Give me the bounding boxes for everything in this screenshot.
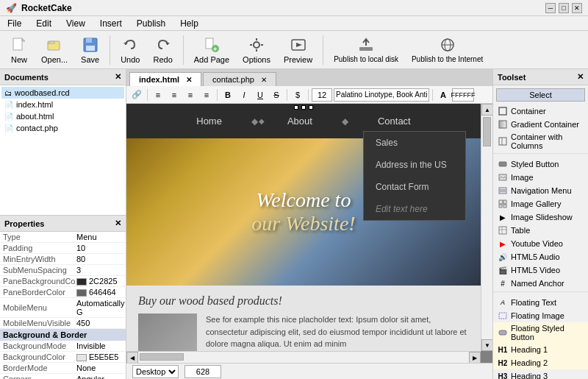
menu-help[interactable]: Help (176, 17, 203, 30)
close-button[interactable]: ✕ (572, 3, 582, 13)
scroll-down-button[interactable]: ▼ (481, 339, 492, 351)
tool-image[interactable]: Image (493, 171, 588, 184)
svg-rect-27 (499, 162, 506, 166)
scroll-thumb-v[interactable] (483, 117, 491, 146)
menu-edit[interactable]: Edit (32, 17, 56, 30)
tool-styled-button[interactable]: Styled Button (493, 157, 588, 171)
add-page-button[interactable]: + Add Page (190, 35, 234, 65)
fmt-link-button[interactable]: 🔗 (129, 88, 144, 102)
tool-table[interactable]: Table (493, 224, 588, 237)
undo-button[interactable]: Undo (116, 35, 144, 65)
color-picker-button[interactable]: FFFFFF (452, 88, 474, 102)
content-text: See for example this nice placholder tex… (206, 314, 469, 351)
prop-border-mode: BorderMode None (0, 363, 126, 374)
fmt-text-color-indicator[interactable]: A (436, 88, 451, 102)
font-size-input[interactable] (312, 88, 332, 102)
container-columns-icon (498, 136, 508, 146)
tool-floating-styled-button[interactable]: Floating Styled Button (493, 322, 588, 343)
menu-publish[interactable]: Publish (132, 17, 170, 30)
scroll-right-button[interactable]: ▶ (469, 352, 481, 363)
doc-item-contact[interactable]: 📄 contact.php (1, 122, 124, 134)
tab-contact-close[interactable]: ✕ (261, 76, 267, 84)
new-button[interactable]: New (6, 35, 32, 65)
center-area: index.html ✕ contact.php ✕ 🔗 ≡ ≡ ≡ ≡ B I… (126, 69, 492, 379)
tool-heading1[interactable]: H1 Heading 1 (493, 343, 588, 356)
save-button[interactable]: Save (76, 35, 104, 65)
fmt-italic-button[interactable]: I (237, 88, 251, 102)
fmt-align-center-button[interactable]: ≡ (167, 88, 182, 102)
properties-close-button[interactable]: ✕ (115, 219, 121, 228)
minimize-button[interactable]: ─ (545, 3, 556, 13)
font-family-input[interactable] (334, 88, 429, 102)
tool-image-gallery[interactable]: Image Gallery (493, 197, 588, 210)
tool-youtube[interactable]: ▶ Youtube Video (493, 237, 588, 250)
scroll-left-button[interactable]: ◀ (126, 352, 138, 363)
tool-named-anchor[interactable]: # Named Anchor (493, 277, 588, 290)
fmt-indent-button[interactable]: $ (290, 88, 305, 102)
svg-rect-29 (499, 188, 506, 194)
tool-heading3[interactable]: H3 Heading 3 (493, 369, 588, 379)
menu-file[interactable]: File (3, 17, 26, 30)
tab-index[interactable]: index.html ✕ (129, 72, 201, 86)
prop-mobile-menu: MobileMenu Automatically G (0, 298, 126, 318)
tool-floating-text[interactable]: A Floating Text (493, 296, 588, 309)
tool-nav-menu[interactable]: Navigation Menu (493, 184, 588, 197)
scroll-up-button[interactable]: ▲ (481, 104, 492, 116)
nav-about[interactable]: About (273, 111, 327, 131)
doc-item-woodbased[interactable]: 🗂 woodbased.rcd (1, 87, 124, 99)
doc-label-woodbased: woodbased.rcd (15, 88, 70, 97)
maximize-button[interactable]: □ (559, 3, 569, 13)
fmt-strike-button[interactable]: S (269, 88, 284, 102)
tool-container-columns[interactable]: Container with Columns (493, 131, 588, 152)
dropdown-address[interactable]: Address in the US (364, 154, 465, 176)
prop-corners-value: Angular (76, 375, 123, 379)
scroll-track-h[interactable] (138, 352, 469, 363)
prop-pane-bg-color[interactable]: PaneBackgroundCo 2C2825 (0, 276, 126, 287)
scroll-thumb-h[interactable] (140, 353, 184, 361)
preview-button[interactable]: Preview (279, 35, 317, 65)
toolset-select-button[interactable]: Select (496, 88, 585, 102)
content-body: See for example this nice placholder tex… (138, 314, 469, 351)
documents-close-button[interactable]: ✕ (115, 72, 121, 82)
doc-item-about[interactable]: 📄 about.html (1, 110, 124, 122)
toolset-close-button[interactable]: ✕ (577, 72, 584, 82)
menu-view[interactable]: View (62, 17, 90, 30)
save-icon (82, 36, 99, 54)
canvas-width-input[interactable] (184, 365, 221, 378)
image-gallery-icon (498, 199, 508, 209)
tool-html5-audio[interactable]: 🔊 HTML5 Audio (493, 250, 588, 263)
dropdown-sales[interactable]: Sales (364, 132, 465, 154)
svg-rect-0 (13, 38, 22, 50)
view-mode-select[interactable]: Desktop Mobile Tablet (132, 365, 179, 378)
options-button[interactable]: Options (238, 35, 275, 65)
tool-heading2[interactable]: H2 Heading 2 (493, 356, 588, 369)
open-button[interactable]: Open... (37, 35, 72, 65)
tool-floating-styled-button-label: Floating Styled Button (511, 324, 584, 341)
tool-floating-image[interactable]: Floating Image (493, 309, 588, 322)
fmt-align-justify-button[interactable]: ≡ (199, 88, 214, 102)
dropdown-contact-form[interactable]: Contact Form (364, 176, 465, 198)
fmt-underline-button[interactable]: U (253, 88, 268, 102)
tool-image-slideshow[interactable]: ▶ Image Slideshow (493, 210, 588, 224)
dropdown-edit-text[interactable]: Edit text here (364, 198, 465, 220)
nav-contact[interactable]: Contact Sales Address in the US Contact … (363, 111, 426, 131)
title-bar: 🚀 RocketCake ─ □ ✕ (0, 0, 588, 16)
tool-gradient-container[interactable]: Gradient Container (493, 118, 588, 131)
tab-index-close[interactable]: ✕ (186, 76, 192, 84)
tool-html5-video[interactable]: 🎬 HTML5 Video (493, 263, 588, 277)
doc-item-index[interactable]: 📄 index.html (1, 99, 124, 110)
scroll-track-v[interactable] (481, 116, 492, 339)
publish-local-button[interactable]: Publish to local disk (329, 35, 403, 65)
prop-bg-color[interactable]: BackgroundColor E5E5E5 (0, 352, 126, 363)
publish-internet-button[interactable]: Publish to the Internet (407, 35, 487, 65)
fmt-bold-button[interactable]: B (220, 88, 235, 102)
menu-insert[interactable]: Insert (96, 17, 126, 30)
redo-button[interactable]: Redo (148, 35, 176, 65)
nav-home[interactable]: Home (182, 111, 237, 131)
prop-pane-border-color[interactable]: PaneBorderColor 646464 (0, 287, 126, 298)
fmt-align-left-button[interactable]: ≡ (151, 88, 165, 102)
fmt-align-right-button[interactable]: ≡ (183, 88, 198, 102)
tab-contact[interactable]: contact.php ✕ (203, 72, 276, 86)
tool-container[interactable]: Container (493, 105, 588, 118)
heading2-icon: H2 (498, 358, 508, 368)
